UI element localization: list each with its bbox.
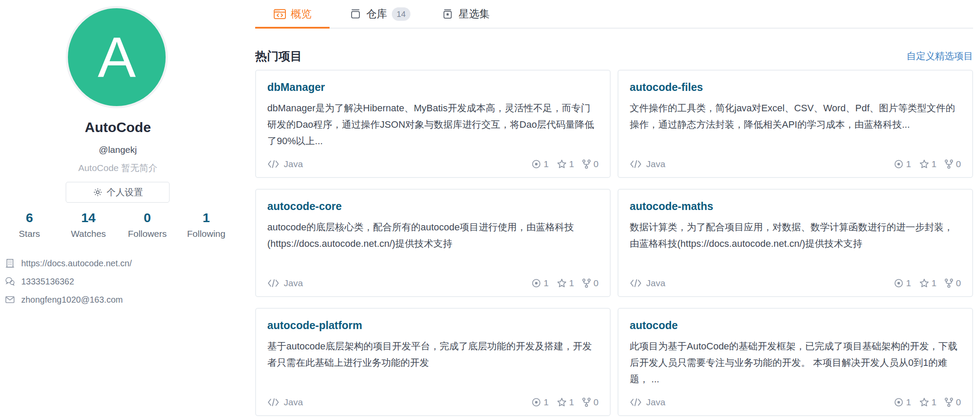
star-count[interactable]: 1 [557, 397, 574, 407]
watch-value: 1 [906, 278, 911, 288]
email-row[interactable]: zhongfeng1020@163.com [4, 294, 132, 306]
stat-following[interactable]: 1 Following [177, 210, 236, 239]
card-stats: 1 1 [531, 278, 599, 288]
popular-projects-header: 热门项目 自定义精选项目 [255, 48, 973, 64]
stat-label: Watches [59, 229, 118, 239]
code-icon [267, 160, 279, 168]
website-link[interactable]: https://docs.autocode.net.cn/ [21, 257, 132, 269]
fork-value: 0 [956, 397, 961, 407]
star-icon [557, 159, 567, 169]
profile-sidebar: A AutoCode @langekj AutoCode 暂无简介 个人设置 6… [0, 0, 242, 420]
star-count[interactable]: 1 [557, 159, 574, 169]
tab-star-collection[interactable]: 星选集 [436, 0, 495, 28]
watch-count[interactable]: 1 [531, 397, 549, 407]
tab-label: 星选集 [458, 7, 490, 21]
stat-value: 14 [59, 210, 118, 225]
project-grid: dbManager dbManager是为了解决Hibernate、MyBati… [255, 70, 973, 416]
code-icon [630, 160, 642, 168]
settings-button-label: 个人设置 [107, 186, 143, 198]
tab-overview[interactable]: 概览 [255, 0, 330, 28]
project-description: 文件操作的工具类，简化java对Excel、CSV、Word、Pdf、图片等类型… [630, 100, 961, 133]
fork-icon [944, 397, 954, 407]
language-label: Java [646, 159, 665, 169]
stat-stars[interactable]: 6 Stars [0, 210, 59, 239]
main-content: 概览 仓库 14 星选集 热门项目 自定义 [255, 0, 973, 416]
language-label: Java [646, 278, 665, 288]
language-indicator: Java [630, 397, 665, 407]
fork-icon [944, 159, 954, 169]
star-count[interactable]: 1 [919, 159, 937, 169]
watch-count[interactable]: 1 [894, 397, 911, 407]
project-card-autocode: autocode 此项目为基于AutoCode的基础开发框架，已完成了项目基础架… [618, 308, 973, 416]
eye-icon [894, 397, 904, 407]
project-description: 此项目为基于AutoCode的基础开发框架，已完成了项目基础架构的开发，下载后开… [630, 338, 961, 388]
card-footer: Java 1 [630, 159, 961, 169]
fork-count[interactable]: 0 [944, 397, 961, 407]
star-value: 1 [569, 278, 574, 288]
watch-count[interactable]: 1 [531, 278, 549, 288]
eye-icon [531, 159, 541, 169]
language-label: Java [284, 278, 303, 288]
language-indicator: Java [267, 159, 303, 169]
star-count[interactable]: 1 [919, 278, 937, 288]
fork-icon [582, 397, 591, 407]
fork-value: 0 [593, 278, 599, 288]
star-icon [919, 278, 929, 288]
watch-value: 1 [544, 159, 549, 169]
fork-count[interactable]: 0 [582, 159, 599, 169]
star-collection-icon [442, 8, 454, 20]
project-title[interactable]: autocode-core [267, 200, 599, 213]
watch-count[interactable]: 1 [531, 159, 549, 169]
wechat-row: 13335136362 [4, 275, 132, 288]
star-icon [919, 159, 929, 169]
watch-count[interactable]: 1 [894, 278, 911, 288]
personal-settings-button[interactable]: 个人设置 [66, 182, 170, 203]
card-stats: 1 1 [531, 397, 599, 407]
project-card-autocode-core: autocode-core autocode的底层核心类，配合所有的autoco… [255, 189, 611, 297]
eye-icon [894, 278, 904, 288]
stat-followers[interactable]: 0 Followers [118, 210, 177, 239]
building-icon [4, 258, 16, 269]
card-stats: 1 1 [894, 159, 961, 169]
watch-value: 1 [906, 397, 911, 407]
fork-count[interactable]: 0 [944, 278, 961, 288]
project-title[interactable]: autocode-maths [630, 200, 961, 213]
card-footer: Java 1 [267, 397, 599, 407]
language-indicator: Java [630, 278, 665, 288]
watch-count[interactable]: 1 [894, 159, 911, 169]
star-value: 1 [569, 397, 574, 407]
profile-username: @langekj [0, 145, 236, 155]
tab-repositories[interactable]: 仓库 14 [344, 0, 416, 28]
language-label: Java [646, 397, 665, 407]
customize-featured-link[interactable]: 自定义精选项目 [906, 50, 973, 63]
avatar[interactable]: A [66, 6, 168, 108]
project-card-autocode-maths: autocode-maths 数据计算类，为了配合项目应用，对数据、数学计算函数… [618, 189, 973, 297]
contact-list: https://docs.autocode.net.cn/ 1333513636… [4, 257, 132, 312]
star-count[interactable]: 1 [557, 278, 574, 288]
fork-icon [944, 278, 954, 288]
fork-count[interactable]: 0 [582, 397, 599, 407]
card-stats: 1 1 [894, 278, 961, 288]
project-title[interactable]: dbManager [267, 81, 599, 94]
project-title[interactable]: autocode [630, 319, 961, 332]
fork-count[interactable]: 0 [582, 278, 599, 288]
fork-icon [582, 278, 591, 288]
fork-count[interactable]: 0 [944, 159, 961, 169]
star-count[interactable]: 1 [919, 397, 937, 407]
language-indicator: Java [630, 159, 665, 169]
section-title: 热门项目 [255, 48, 302, 64]
project-description: 基于autocode底层架构的项目开发平台，完成了底层功能的开发及搭建，开发者只… [267, 338, 599, 371]
stat-watches[interactable]: 14 Watches [59, 210, 118, 239]
email-link[interactable]: zhongfeng1020@163.com [21, 294, 123, 306]
stat-label: Stars [0, 229, 59, 239]
project-title[interactable]: autocode-files [630, 81, 961, 94]
project-title[interactable]: autocode-platform [267, 319, 599, 332]
wechat-icon [4, 276, 16, 287]
code-icon [267, 398, 279, 407]
code-icon [267, 279, 279, 288]
website-row[interactable]: https://docs.autocode.net.cn/ [4, 257, 132, 269]
card-stats: 1 1 [894, 397, 961, 407]
eye-icon [531, 278, 541, 288]
project-description: 数据计算类，为了配合项目应用，对数据、数学计算函数进行的进一步封装，由蓝格科技(… [630, 219, 961, 252]
wechat-number: 13335136362 [21, 275, 74, 288]
